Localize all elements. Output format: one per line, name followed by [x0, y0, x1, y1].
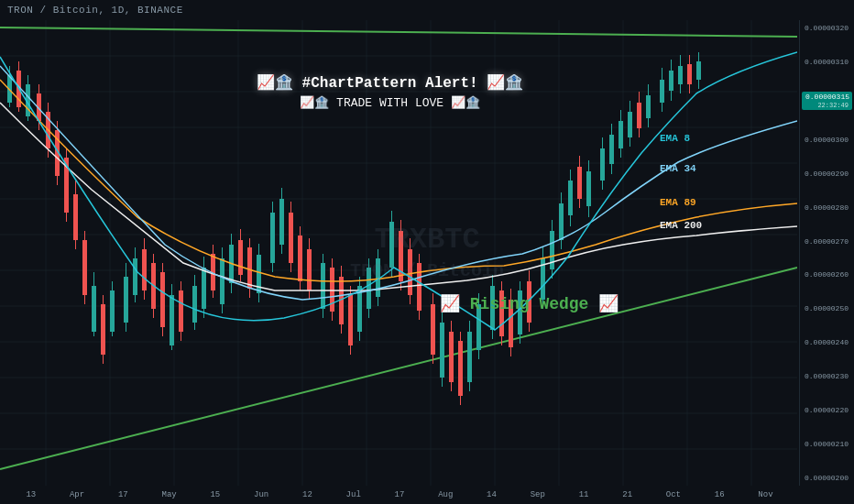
time-tick: 14 — [487, 490, 497, 499]
price-tick: 0.00000300 — [802, 136, 852, 144]
price-tick: 0.00000270 — [802, 237, 852, 246]
price-tick: 0.00000200 — [802, 474, 852, 482]
chart-pattern-line2: 📈🏦 TRADE WITH LOVE 📈🏦 — [257, 95, 523, 110]
time-axis: 13 Apr 17 May 15 Jun 12 Jul 17 Aug 14 Se… — [0, 486, 799, 504]
price-tick: 0.00000290 — [802, 170, 852, 178]
ema200-label: EMA 200 — [660, 220, 702, 231]
chart-pattern-line1: 📈🏦 #ChartPattern Alert! 📈🏦 — [257, 73, 523, 92]
time-tick: Sep — [531, 490, 545, 499]
price-tick: 0.00000310 — [802, 58, 852, 66]
time-tick: Nov — [758, 490, 772, 499]
rising-wedge-label: 📈 Rising Wedge 📈 — [440, 293, 619, 313]
price-tick: 0.00000230 — [802, 372, 852, 380]
price-tick: 0.00000220 — [802, 406, 852, 414]
ema8-label: EMA 8 — [660, 133, 690, 144]
current-price-badge: 0.0000031522:32:49 — [802, 92, 852, 110]
symbol-label: TRON / Bitcoin, 1D, BINANCE — [7, 5, 183, 16]
price-tick: 0.00000280 — [802, 203, 852, 212]
time-tick: 17 — [395, 490, 405, 499]
price-tick: 0.00000260 — [802, 270, 852, 279]
time-tick: 15 — [210, 490, 220, 499]
time-tick: Aug — [438, 490, 453, 499]
time-tick: 17 — [118, 490, 128, 499]
time-tick: Oct — [666, 490, 681, 499]
watermark: TRXBTC TRON / Bitcoin — [350, 223, 504, 281]
time-tick: Apr — [70, 490, 84, 499]
time-tick: 16 — [715, 490, 725, 499]
watermark-line1: TRXBTC — [350, 223, 504, 257]
top-bar: TRON / Bitcoin, 1D, BINANCE — [0, 0, 854, 20]
time-tick: 21 — [622, 490, 632, 499]
ema89-label: EMA 89 — [660, 197, 696, 208]
chart-container: TRON / Bitcoin, 1D, BINANCE — [0, 0, 854, 504]
price-tick: 0.00000320 — [802, 24, 852, 32]
price-tick: 0.00000250 — [802, 304, 852, 312]
annotation-block: 📈🏦 #ChartPattern Alert! 📈🏦 📈🏦 TRADE WITH… — [257, 73, 523, 110]
time-tick: Jun — [254, 490, 268, 499]
wedge-lower-line — [0, 268, 797, 469]
time-tick: May — [162, 490, 177, 499]
time-tick: Jul — [346, 490, 361, 499]
time-tick: 13 — [26, 490, 36, 499]
price-tick: 0.00000240 — [802, 338, 852, 346]
time-tick: 11 — [579, 490, 589, 499]
wedge-upper-line — [0, 27, 797, 37]
time-tick: 12 — [302, 490, 312, 499]
ema34-label: EMA 34 — [660, 163, 696, 174]
price-tick: 0.00000210 — [802, 440, 852, 448]
price-axis: 0.00000320 0.00000310 0.0000031522:32:49… — [799, 20, 854, 486]
watermark-line2: TRON / Bitcoin — [350, 260, 504, 281]
